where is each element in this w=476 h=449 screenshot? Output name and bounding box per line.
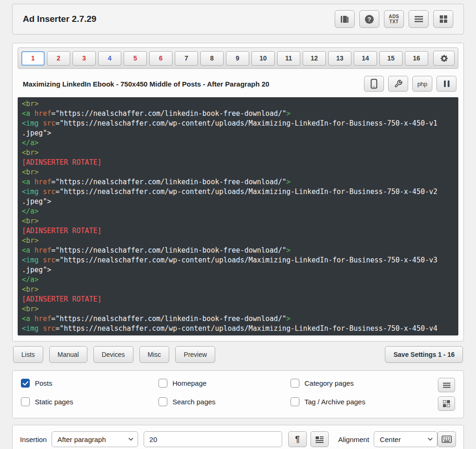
wrench-button[interactable] [388,76,408,92]
chevron-down-icon [128,438,133,441]
block-title: Maximizing LinkedIn Ebook - 750x450 Midd… [20,80,269,88]
tab-10[interactable]: 10 [251,51,275,66]
document-icon [340,15,349,23]
tab-6[interactable]: 6 [149,51,172,66]
page-type-search-pages: Search pages [159,397,291,406]
keyboard-button[interactable] [437,431,456,447]
tab-4[interactable]: 4 [98,51,121,66]
text-lines-icon [316,436,324,443]
preview-button[interactable]: Preview [175,346,215,363]
pause-icon [444,80,450,87]
checkerboard-small-button[interactable] [438,396,455,411]
wrench-icon [394,80,403,88]
static-pages-label: Static pages [35,398,73,406]
page-type-category-pages: Category pages [291,379,438,388]
php-button[interactable]: php [412,76,432,92]
ad-inserter-settings-page: Ad Inserter 2.7.29 ? ADSTXT [0,0,476,449]
block-header: Maximizing LinkedIn Ebook - 750x450 Midd… [18,69,458,97]
static-pages-checkbox[interactable] [21,397,30,406]
chevron-down-icon [428,438,433,441]
misc-button[interactable]: Misc [139,346,170,363]
tab-14[interactable]: 14 [354,51,377,66]
insertion-position-value: After paragraph [58,436,106,443]
plugin-header: Ad Inserter 2.7.29 ? ADSTXT [12,4,464,34]
header-actions: ? ADSTXT [335,10,453,28]
grid-button[interactable] [433,10,453,28]
help-button[interactable]: ? [359,10,379,28]
posts-checkbox[interactable] [21,379,30,388]
page-type-posts: Posts [21,379,159,388]
tab-16[interactable]: 16 [405,51,428,66]
homepage-label: Homepage [172,379,206,387]
phone-button[interactable] [364,76,384,92]
paragraph-button[interactable]: ¶ [288,431,307,447]
insertion-label: Insertion [20,436,47,443]
tab-15[interactable]: 15 [379,51,403,66]
tab-11[interactable]: 11 [277,51,300,66]
page-type-static-pages: Static pages [21,397,159,406]
ads-txt-icon: ADSTXT [389,14,399,24]
pilcrow-icon: ¶ [295,435,300,444]
search-pages-checkbox[interactable] [159,397,167,406]
tag-archive-pages-checkbox[interactable] [291,397,299,406]
keyboard-icon [442,436,452,443]
gear-icon [440,54,449,63]
tab-9[interactable]: 9 [226,51,249,66]
devices-button[interactable]: Devices [93,346,133,363]
main-panel: 12345678910111213141516 Maximizing Linke… [12,43,464,342]
tab-2[interactable]: 2 [47,51,70,66]
list-icon [415,16,423,22]
list-icon [443,382,450,388]
manual-button[interactable]: Manual [49,346,87,363]
homepage-checkbox[interactable] [159,379,167,388]
paragraph-settings-button[interactable] [311,431,329,447]
save-settings-button[interactable]: Save Settings 1 - 16 [385,346,463,363]
page-types-grid: PostsHomepageCategory pagesStatic pagesS… [21,378,438,406]
tab-12[interactable]: 12 [303,51,326,66]
posts-label: Posts [35,379,53,387]
editor-bottom-buttons: ListsManualDevicesMiscPreview [13,346,215,363]
document-button[interactable] [335,10,355,28]
insertion-card: Insertion After paragraph ¶ Alignment Ce… [12,425,464,449]
lists-button[interactable]: Lists [13,346,43,363]
tab-7[interactable]: 7 [175,51,198,66]
tab-1[interactable]: 1 [21,51,45,66]
alignment-select[interactable]: Center [374,431,437,447]
block-actions: php [364,76,456,92]
alignment-value: Center [380,436,401,443]
category-pages-label: Category pages [304,379,354,387]
checkerboard-icon [443,400,450,407]
page-type-tag-archive-pages: Tag / Archive pages [291,397,438,406]
tab-list: 12345678910111213141516 [21,51,433,66]
insertion-position-select[interactable]: After paragraph [52,431,139,447]
paragraph-number-input[interactable] [144,431,282,447]
settings-gear-button[interactable] [433,51,455,66]
phone-icon [370,79,377,89]
tag-archive-pages-label: Tag / Archive pages [304,398,365,406]
tab-strip: 12345678910111213141516 [18,47,458,69]
bottom-toolbar: ListsManualDevicesMiscPreview Save Setti… [13,346,463,363]
code-editor[interactable]: <br><a href="https://nealschaffer.com/li… [18,97,458,335]
help-icon: ? [365,15,374,24]
tab-8[interactable]: 8 [200,51,224,66]
tab-13[interactable]: 13 [328,51,351,66]
php-label: php [417,80,428,87]
grid-icon [440,15,447,23]
page-type-homepage: Homepage [159,379,291,388]
list-button[interactable] [409,10,429,28]
plugin-title: Ad Inserter 2.7.29 [23,14,96,24]
page-types-card: PostsHomepageCategory pagesStatic pagesS… [12,370,464,418]
search-pages-label: Search pages [172,398,216,406]
ads-txt-button[interactable]: ADSTXT [384,10,404,28]
pause-button[interactable] [436,76,456,92]
category-pages-checkbox[interactable] [291,379,299,388]
tab-5[interactable]: 5 [124,51,147,66]
page-types-side-buttons [438,378,455,411]
alignment-label: Alignment [338,436,369,443]
list-small-button[interactable] [438,378,455,392]
tab-3[interactable]: 3 [73,51,96,66]
